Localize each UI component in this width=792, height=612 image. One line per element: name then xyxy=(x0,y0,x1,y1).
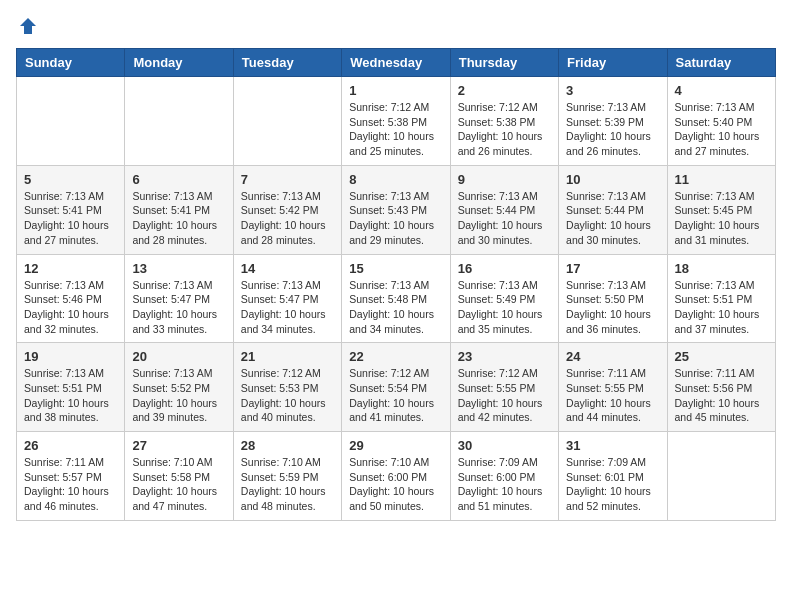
day-info: Sunrise: 7:11 AM Sunset: 5:56 PM Dayligh… xyxy=(675,366,768,425)
day-number: 8 xyxy=(349,172,442,187)
day-number: 21 xyxy=(241,349,334,364)
day-number: 24 xyxy=(566,349,659,364)
day-number: 30 xyxy=(458,438,551,453)
day-info: Sunrise: 7:13 AM Sunset: 5:51 PM Dayligh… xyxy=(675,278,768,337)
day-number: 7 xyxy=(241,172,334,187)
calendar-cell: 3Sunrise: 7:13 AM Sunset: 5:39 PM Daylig… xyxy=(559,77,667,166)
weekday-header-saturday: Saturday xyxy=(667,49,775,77)
calendar-cell: 30Sunrise: 7:09 AM Sunset: 6:00 PM Dayli… xyxy=(450,432,558,521)
day-number: 29 xyxy=(349,438,442,453)
page-header xyxy=(16,16,776,36)
day-info: Sunrise: 7:12 AM Sunset: 5:38 PM Dayligh… xyxy=(349,100,442,159)
day-info: Sunrise: 7:13 AM Sunset: 5:45 PM Dayligh… xyxy=(675,189,768,248)
calendar-cell: 29Sunrise: 7:10 AM Sunset: 6:00 PM Dayli… xyxy=(342,432,450,521)
day-info: Sunrise: 7:13 AM Sunset: 5:47 PM Dayligh… xyxy=(241,278,334,337)
day-info: Sunrise: 7:09 AM Sunset: 6:00 PM Dayligh… xyxy=(458,455,551,514)
logo xyxy=(16,16,38,36)
calendar-cell xyxy=(667,432,775,521)
day-number: 27 xyxy=(132,438,225,453)
weekday-header-sunday: Sunday xyxy=(17,49,125,77)
day-info: Sunrise: 7:13 AM Sunset: 5:44 PM Dayligh… xyxy=(566,189,659,248)
calendar-cell: 19Sunrise: 7:13 AM Sunset: 5:51 PM Dayli… xyxy=(17,343,125,432)
calendar-cell: 20Sunrise: 7:13 AM Sunset: 5:52 PM Dayli… xyxy=(125,343,233,432)
calendar-week-row: 12Sunrise: 7:13 AM Sunset: 5:46 PM Dayli… xyxy=(17,254,776,343)
calendar-cell: 11Sunrise: 7:13 AM Sunset: 5:45 PM Dayli… xyxy=(667,165,775,254)
day-number: 26 xyxy=(24,438,117,453)
calendar-cell: 31Sunrise: 7:09 AM Sunset: 6:01 PM Dayli… xyxy=(559,432,667,521)
day-info: Sunrise: 7:12 AM Sunset: 5:55 PM Dayligh… xyxy=(458,366,551,425)
day-info: Sunrise: 7:11 AM Sunset: 5:57 PM Dayligh… xyxy=(24,455,117,514)
day-info: Sunrise: 7:10 AM Sunset: 5:58 PM Dayligh… xyxy=(132,455,225,514)
day-number: 28 xyxy=(241,438,334,453)
calendar-cell: 8Sunrise: 7:13 AM Sunset: 5:43 PM Daylig… xyxy=(342,165,450,254)
day-number: 5 xyxy=(24,172,117,187)
calendar-cell: 14Sunrise: 7:13 AM Sunset: 5:47 PM Dayli… xyxy=(233,254,341,343)
day-info: Sunrise: 7:13 AM Sunset: 5:44 PM Dayligh… xyxy=(458,189,551,248)
calendar-week-row: 26Sunrise: 7:11 AM Sunset: 5:57 PM Dayli… xyxy=(17,432,776,521)
weekday-header-friday: Friday xyxy=(559,49,667,77)
calendar-week-row: 5Sunrise: 7:13 AM Sunset: 5:41 PM Daylig… xyxy=(17,165,776,254)
day-info: Sunrise: 7:13 AM Sunset: 5:41 PM Dayligh… xyxy=(24,189,117,248)
day-info: Sunrise: 7:12 AM Sunset: 5:54 PM Dayligh… xyxy=(349,366,442,425)
day-number: 15 xyxy=(349,261,442,276)
day-info: Sunrise: 7:13 AM Sunset: 5:40 PM Dayligh… xyxy=(675,100,768,159)
weekday-header-monday: Monday xyxy=(125,49,233,77)
day-number: 16 xyxy=(458,261,551,276)
calendar-cell: 10Sunrise: 7:13 AM Sunset: 5:44 PM Dayli… xyxy=(559,165,667,254)
day-number: 23 xyxy=(458,349,551,364)
calendar-cell: 1Sunrise: 7:12 AM Sunset: 5:38 PM Daylig… xyxy=(342,77,450,166)
calendar-cell: 28Sunrise: 7:10 AM Sunset: 5:59 PM Dayli… xyxy=(233,432,341,521)
calendar-cell xyxy=(17,77,125,166)
svg-marker-0 xyxy=(20,18,36,34)
day-number: 22 xyxy=(349,349,442,364)
weekday-header-wednesday: Wednesday xyxy=(342,49,450,77)
day-number: 19 xyxy=(24,349,117,364)
day-info: Sunrise: 7:13 AM Sunset: 5:50 PM Dayligh… xyxy=(566,278,659,337)
day-info: Sunrise: 7:11 AM Sunset: 5:55 PM Dayligh… xyxy=(566,366,659,425)
day-info: Sunrise: 7:13 AM Sunset: 5:48 PM Dayligh… xyxy=(349,278,442,337)
calendar-cell xyxy=(233,77,341,166)
calendar-week-row: 1Sunrise: 7:12 AM Sunset: 5:38 PM Daylig… xyxy=(17,77,776,166)
calendar-cell: 6Sunrise: 7:13 AM Sunset: 5:41 PM Daylig… xyxy=(125,165,233,254)
weekday-header-row: SundayMondayTuesdayWednesdayThursdayFrid… xyxy=(17,49,776,77)
day-number: 11 xyxy=(675,172,768,187)
day-number: 31 xyxy=(566,438,659,453)
calendar-cell: 9Sunrise: 7:13 AM Sunset: 5:44 PM Daylig… xyxy=(450,165,558,254)
day-number: 18 xyxy=(675,261,768,276)
calendar-cell: 26Sunrise: 7:11 AM Sunset: 5:57 PM Dayli… xyxy=(17,432,125,521)
calendar-cell: 22Sunrise: 7:12 AM Sunset: 5:54 PM Dayli… xyxy=(342,343,450,432)
weekday-header-thursday: Thursday xyxy=(450,49,558,77)
calendar-cell xyxy=(125,77,233,166)
calendar-cell: 7Sunrise: 7:13 AM Sunset: 5:42 PM Daylig… xyxy=(233,165,341,254)
day-info: Sunrise: 7:13 AM Sunset: 5:47 PM Dayligh… xyxy=(132,278,225,337)
day-number: 17 xyxy=(566,261,659,276)
day-number: 3 xyxy=(566,83,659,98)
day-info: Sunrise: 7:13 AM Sunset: 5:41 PM Dayligh… xyxy=(132,189,225,248)
logo-icon xyxy=(18,16,38,36)
calendar-week-row: 19Sunrise: 7:13 AM Sunset: 5:51 PM Dayli… xyxy=(17,343,776,432)
day-number: 4 xyxy=(675,83,768,98)
day-number: 12 xyxy=(24,261,117,276)
calendar-cell: 25Sunrise: 7:11 AM Sunset: 5:56 PM Dayli… xyxy=(667,343,775,432)
calendar-cell: 5Sunrise: 7:13 AM Sunset: 5:41 PM Daylig… xyxy=(17,165,125,254)
day-number: 1 xyxy=(349,83,442,98)
calendar-cell: 27Sunrise: 7:10 AM Sunset: 5:58 PM Dayli… xyxy=(125,432,233,521)
day-number: 2 xyxy=(458,83,551,98)
day-number: 25 xyxy=(675,349,768,364)
calendar-cell: 24Sunrise: 7:11 AM Sunset: 5:55 PM Dayli… xyxy=(559,343,667,432)
day-info: Sunrise: 7:12 AM Sunset: 5:38 PM Dayligh… xyxy=(458,100,551,159)
day-info: Sunrise: 7:13 AM Sunset: 5:51 PM Dayligh… xyxy=(24,366,117,425)
weekday-header-tuesday: Tuesday xyxy=(233,49,341,77)
day-number: 9 xyxy=(458,172,551,187)
calendar-cell: 23Sunrise: 7:12 AM Sunset: 5:55 PM Dayli… xyxy=(450,343,558,432)
calendar-cell: 4Sunrise: 7:13 AM Sunset: 5:40 PM Daylig… xyxy=(667,77,775,166)
day-info: Sunrise: 7:10 AM Sunset: 5:59 PM Dayligh… xyxy=(241,455,334,514)
calendar-cell: 21Sunrise: 7:12 AM Sunset: 5:53 PM Dayli… xyxy=(233,343,341,432)
calendar-cell: 13Sunrise: 7:13 AM Sunset: 5:47 PM Dayli… xyxy=(125,254,233,343)
calendar-cell: 2Sunrise: 7:12 AM Sunset: 5:38 PM Daylig… xyxy=(450,77,558,166)
day-info: Sunrise: 7:13 AM Sunset: 5:46 PM Dayligh… xyxy=(24,278,117,337)
day-number: 13 xyxy=(132,261,225,276)
calendar-cell: 15Sunrise: 7:13 AM Sunset: 5:48 PM Dayli… xyxy=(342,254,450,343)
calendar-table: SundayMondayTuesdayWednesdayThursdayFrid… xyxy=(16,48,776,521)
day-info: Sunrise: 7:13 AM Sunset: 5:42 PM Dayligh… xyxy=(241,189,334,248)
